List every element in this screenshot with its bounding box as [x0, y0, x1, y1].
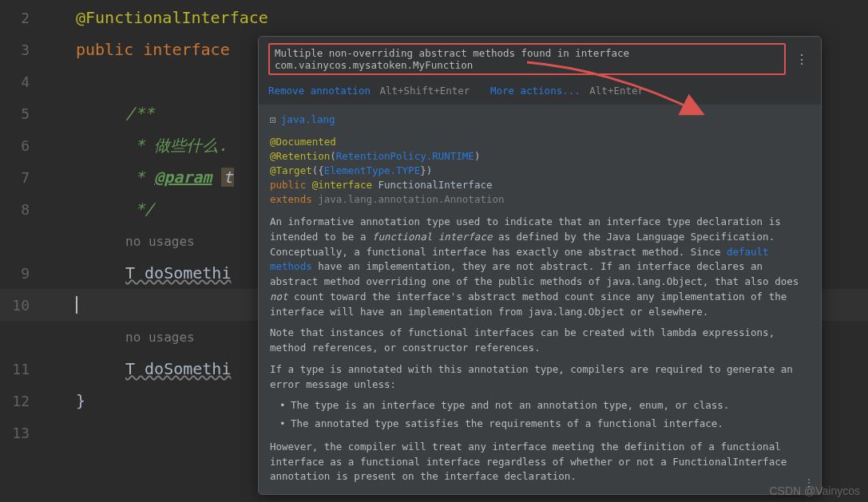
line-number: 7: [0, 161, 44, 193]
line-number: 5: [0, 97, 44, 129]
warning-message: Multiple non-overriding abstract methods…: [268, 43, 786, 75]
since-row: Since: 1.8: [270, 491, 810, 494]
line-number: 9: [0, 257, 44, 289]
line-number: 3: [0, 34, 44, 65]
line-number: 12: [0, 385, 44, 417]
shortcut-label: Alt+Enter: [589, 85, 644, 97]
code-line: @FunctionalInterface: [76, 2, 868, 34]
more-icon[interactable]: ⋮: [792, 52, 811, 67]
line-number: [0, 225, 44, 257]
more-actions-link[interactable]: More actions...: [490, 85, 581, 97]
line-number: 13: [0, 417, 44, 449]
popup-header: Multiple non-overriding abstract methods…: [259, 37, 821, 81]
line-number: 6: [0, 129, 44, 161]
remove-annotation-link[interactable]: Remove annotation: [268, 85, 371, 97]
line-number: 8: [0, 193, 44, 225]
line-number: 11: [0, 353, 44, 385]
declaration: @Documented @Retention(RetentionPolicy.R…: [270, 135, 810, 208]
popup-body[interactable]: ⊡ java.lang @Documented @Retention(Reten…: [259, 105, 821, 494]
watermark: CSDN @Vainycos: [769, 484, 860, 497]
bullet-item: The type is an interface type and not an…: [279, 398, 810, 413]
bullet-item: The annotated type satisfies the require…: [279, 417, 810, 432]
line-number: 2: [0, 2, 44, 34]
package-row[interactable]: ⊡ java.lang: [270, 113, 810, 128]
bullet-list: The type is an interface type and not an…: [279, 398, 810, 432]
gutter: 2 3 4 5 6 7 8 9 10 11 12 13: [0, 0, 44, 502]
shortcut-label: Alt+Shift+Enter: [379, 85, 470, 97]
line-number: [0, 321, 44, 353]
caret: [76, 296, 77, 314]
package-icon: ⊡: [270, 113, 276, 128]
line-number: 4: [0, 65, 44, 97]
line-number: 10: [0, 289, 44, 321]
quick-fixes-row: Remove annotation Alt+Shift+Enter More a…: [259, 81, 821, 105]
doc-text: An informative annotation type used to i…: [270, 215, 810, 494]
documentation-popup: Multiple non-overriding abstract methods…: [258, 36, 822, 495]
